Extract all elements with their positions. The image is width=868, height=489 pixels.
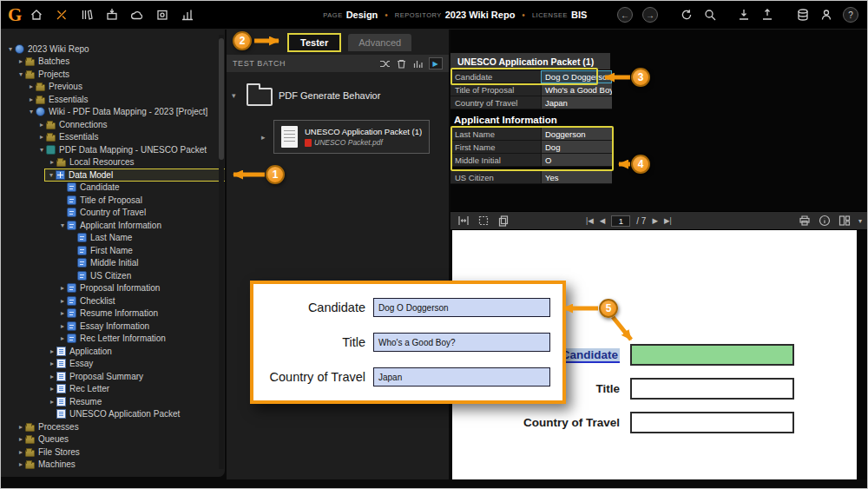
expander-right-icon[interactable]: ▸: [58, 297, 67, 305]
expander-right-icon[interactable]: ▸: [48, 385, 56, 393]
field-value[interactable]: O: [541, 154, 612, 167]
next-page-button[interactable]: ▶: [652, 216, 658, 225]
tree-item-connections[interactable]: ▸Connections: [1, 118, 225, 131]
copy-pages-icon[interactable]: [497, 215, 510, 227]
callout-input[interactable]: Dog O Doggerson: [373, 298, 550, 317]
expander-down-icon[interactable]: ▾: [6, 45, 15, 53]
expander-right-icon[interactable]: ▸: [48, 158, 56, 166]
tree-item-essay[interactable]: ▸Essay: [1, 358, 225, 371]
first-page-button[interactable]: |◀: [586, 216, 594, 225]
stats-icon[interactable]: [181, 8, 194, 22]
prev-page-button[interactable]: ◀: [600, 216, 606, 225]
columns-icon[interactable]: [412, 58, 424, 69]
expander-right-icon[interactable]: ▸: [16, 435, 25, 443]
trash-icon[interactable]: [396, 58, 407, 69]
expander-right-icon[interactable]: ▸: [37, 121, 46, 129]
tree-item-2023-wiki-repo[interactable]: ▾2023 Wiki Repo: [1, 43, 225, 56]
expander-right-icon[interactable]: ▸: [48, 360, 56, 367]
expander-right-icon[interactable]: ▸: [16, 448, 25, 456]
layout-icon[interactable]: [838, 215, 851, 227]
tab-advanced[interactable]: Advanced: [348, 34, 411, 51]
page-number-input[interactable]: 1: [611, 215, 630, 227]
expander-right-icon[interactable]: ▸: [48, 398, 56, 406]
expander-down-icon[interactable]: ▾: [27, 108, 36, 116]
tree-item-batches[interactable]: ▸Batches: [1, 56, 225, 69]
scrollbar-thumb[interactable]: [219, 38, 224, 160]
tree-item-unesco-application-packet[interactable]: UNESCO Application Packet: [1, 408, 225, 421]
expander-right-icon[interactable]: ▸: [58, 284, 67, 292]
field-value[interactable]: Doggerson: [541, 128, 612, 141]
expander-right-icon[interactable]: ▸: [58, 322, 67, 330]
tree-item-application[interactable]: ▸Application: [1, 345, 225, 358]
help-icon[interactable]: ?: [843, 7, 858, 23]
tree-item-machines[interactable]: ▸Machines: [1, 459, 225, 472]
field-value[interactable]: Japan: [541, 96, 612, 109]
tree-item-essay-information[interactable]: ▸Essay Information: [1, 320, 225, 333]
stores-icon[interactable]: [155, 8, 169, 22]
back-button[interactable]: ←: [617, 7, 633, 23]
expander-right-icon[interactable]: ▸: [27, 83, 36, 90]
tree-item-checklist[interactable]: ▸Checklist: [1, 294, 225, 307]
fit-width-icon[interactable]: [457, 215, 470, 227]
last-page-button[interactable]: ▶|: [664, 216, 672, 225]
tree-item-proposal-summary[interactable]: ▸Proposal Summary: [1, 370, 225, 383]
tree-item-resume[interactable]: ▸Resume: [1, 395, 225, 408]
layout-dropdown-icon[interactable]: ▾: [858, 217, 862, 225]
tree-item-pdf-data-mapping-unesco-packet[interactable]: ▾PDF Data Mapping - UNESCO Packet: [1, 143, 225, 156]
expander-down-icon[interactable]: ▾: [47, 171, 56, 179]
info-icon[interactable]: [819, 215, 831, 227]
page-value[interactable]: Design: [346, 10, 378, 20]
download-icon[interactable]: [737, 8, 751, 22]
tree-item-data-model[interactable]: ▾Data Model: [44, 169, 225, 182]
expander-right-icon[interactable]: ▸: [37, 133, 46, 141]
expander-right-icon[interactable]: ▸: [16, 460, 25, 468]
expander-right-icon[interactable]: ▸: [58, 334, 67, 342]
search-icon[interactable]: [703, 8, 717, 22]
cloud-icon[interactable]: [130, 8, 144, 22]
expander-right-icon[interactable]: ▸: [16, 423, 25, 431]
callout-input[interactable]: Japan: [373, 367, 550, 387]
expander-down-icon[interactable]: ▾: [232, 91, 240, 100]
tree-item-previous[interactable]: ▸Previous: [1, 81, 225, 94]
expander-right-icon[interactable]: ▸: [48, 347, 56, 355]
tree-item-essentials[interactable]: ▸Essentials: [1, 131, 225, 144]
merge-icon[interactable]: [379, 58, 391, 69]
home-icon[interactable]: [30, 8, 43, 22]
tree-item-first-name[interactable]: First Name: [1, 244, 225, 257]
forward-button[interactable]: →: [642, 7, 658, 23]
field-value[interactable]: Dog O Doggerson: [541, 70, 612, 83]
tree-item-middle-initial[interactable]: Middle Initial: [1, 257, 225, 270]
tree-item-queues[interactable]: ▸Queues: [1, 433, 225, 446]
user-icon[interactable]: [819, 8, 833, 22]
expander-down-icon[interactable]: ▾: [37, 146, 46, 154]
page-field-input[interactable]: [630, 378, 794, 400]
tree-item-essentials[interactable]: ▸Essentials: [1, 93, 225, 106]
tree-item-projects[interactable]: ▾Projects: [1, 68, 225, 81]
tree-item-file-stores[interactable]: ▸File Stores: [1, 446, 225, 459]
tree-item-local-resources[interactable]: ▸Local Resources: [1, 156, 225, 169]
tree-item-resume-information[interactable]: ▸Resume Information: [1, 307, 225, 320]
page-field-input[interactable]: [630, 344, 794, 366]
imports-icon[interactable]: [105, 8, 119, 22]
expander-right-icon[interactable]: ▸: [16, 57, 25, 65]
expander-right-icon[interactable]: ▸: [48, 373, 56, 380]
tree-item-title-of-proposal[interactable]: Title of Proposal: [1, 194, 225, 207]
tree-item-country-of-travel[interactable]: Country of Travel: [1, 207, 225, 220]
tree-item-rec-letter[interactable]: ▸Rec Letter: [1, 383, 225, 396]
tree-item-proposal-information[interactable]: ▸Proposal Information: [1, 282, 225, 295]
tree-item-last-name[interactable]: Last Name: [1, 232, 225, 245]
tools-icon[interactable]: [55, 8, 69, 22]
field-value[interactable]: Who's a Good Boy?: [541, 83, 612, 96]
library-icon[interactable]: [80, 8, 94, 22]
upload-icon[interactable]: [760, 8, 774, 22]
tree-item-applicant-information[interactable]: ▾Applicant Information: [1, 219, 225, 232]
tree-item-candidate[interactable]: Candidate: [1, 182, 225, 195]
tree-item-processes[interactable]: ▸Processes: [1, 420, 225, 433]
batch-folder-row[interactable]: ▾ PDF Generate Behavior: [227, 84, 449, 106]
tree-item-wiki-pdf-data-mapping-2023-project[interactable]: ▾Wiki - PDF Data Mapping - 2023 [Project…: [1, 106, 225, 119]
tree-item-us-citizen[interactable]: US Citizen: [1, 269, 225, 282]
field-value[interactable]: Dog: [541, 141, 612, 154]
run-test-button[interactable]: ▶: [429, 57, 443, 69]
expander-right-icon[interactable]: ▸: [27, 96, 36, 103]
expander-right-icon[interactable]: ▸: [58, 309, 67, 317]
